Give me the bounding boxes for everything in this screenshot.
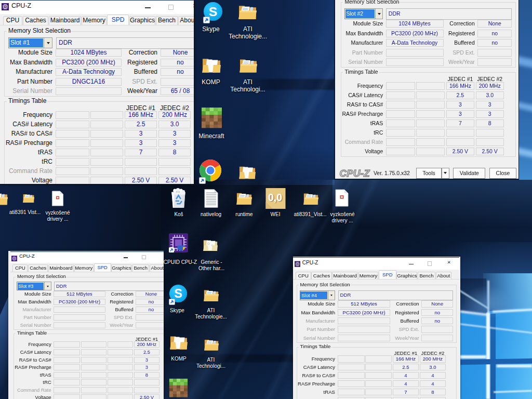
svg-text:S: S xyxy=(174,287,182,300)
svg-text:0,0: 0,0 xyxy=(268,192,282,203)
svg-text:S: S xyxy=(209,5,217,19)
